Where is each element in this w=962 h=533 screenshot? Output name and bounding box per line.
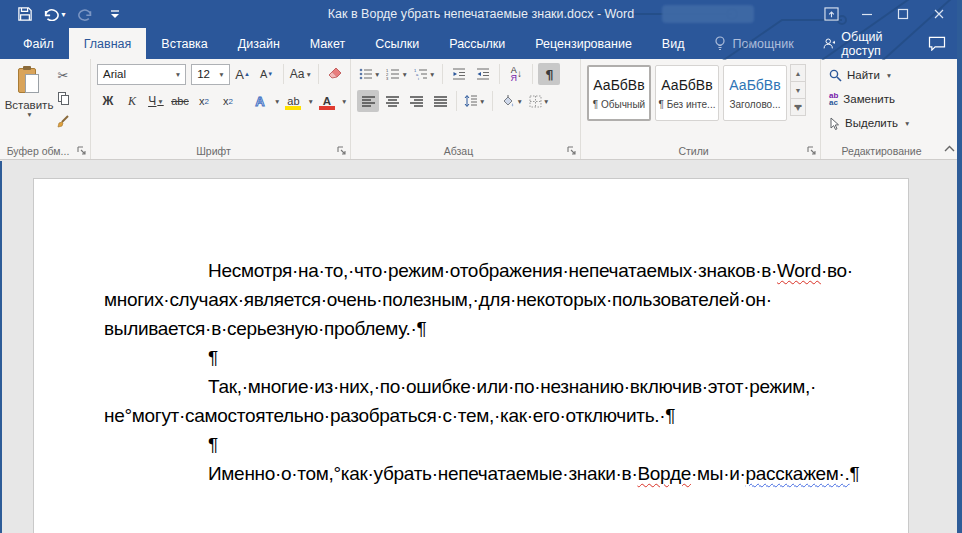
line-spacing-button[interactable]: ▼ — [462, 90, 487, 112]
find-button[interactable]: Найти▼ — [827, 64, 938, 86]
align-right-button[interactable] — [405, 90, 427, 112]
document-page[interactable]: Несмотря·на·то,·что·режим·отображения·не… — [33, 178, 909, 533]
style-gallery: АаБбВв¶ ОбычныйАаБбВв¶ Без инте...АаБбВв… — [587, 63, 787, 121]
group-clipboard: Вставить ▼ ✂ Буфер обм... — [0, 59, 91, 159]
document-line[interactable]: выливается·в·серьезную·проблему.·¶ — [104, 314, 860, 343]
styles-scroll-down-button[interactable]: ▼ — [790, 81, 806, 99]
font-size-combobox[interactable]: 12▼ — [191, 64, 229, 85]
shrink-font-button[interactable]: А▼ — [256, 63, 278, 85]
tab-Рассылки[interactable]: Рассылки — [434, 28, 520, 59]
document-text[interactable]: Несмотря·на·то,·что·режим·отображения·не… — [34, 179, 908, 488]
text-run: Так,·многие·из·них,·по·ошибке·или·по·нез… — [208, 376, 816, 397]
document-line[interactable]: не°могут·самостоятельно·разобраться·с·те… — [104, 401, 860, 430]
superscript-button[interactable]: x2 — [217, 90, 239, 112]
select-label: Выделить — [845, 117, 898, 129]
maximize-icon — [897, 8, 909, 20]
clear-formatting-button[interactable] — [324, 63, 346, 85]
decrease-indent-button[interactable] — [448, 63, 470, 85]
document-area[interactable]: Несмотря·на·то,·что·режим·отображения·не… — [0, 161, 962, 533]
tab-Рецензирование[interactable]: Рецензирование — [520, 28, 647, 59]
style-card--Обычный[interactable]: АаБбВв¶ Обычный — [587, 65, 651, 121]
tab-Макет[interactable]: Макет — [295, 28, 360, 59]
text-run: ·мы·и· — [691, 463, 746, 484]
styles-gallery-more-button[interactable]: ▬▼ — [790, 98, 806, 116]
tab-label: Рассылки — [449, 37, 505, 51]
word-window: ▼ Как в Ворде убрать непечатаемые знаки.… — [0, 0, 962, 533]
tab-Главная[interactable]: Главная — [69, 28, 147, 59]
style-label: ¶ Обычный — [593, 99, 645, 110]
save-button[interactable] — [12, 3, 38, 25]
highlight-caret[interactable]: ▼ — [307, 98, 313, 105]
numbering-button[interactable]: 123▼ — [384, 63, 409, 85]
paste-button[interactable]: Вставить ▼ — [6, 63, 52, 135]
bold-button[interactable]: Ж — [97, 90, 119, 112]
document-line[interactable]: многих·случаях·является·очень·полезным,·… — [104, 285, 860, 314]
select-button[interactable]: Выделить▼ — [827, 112, 938, 134]
increase-indent-button[interactable] — [472, 63, 494, 85]
replace-button[interactable]: abac Заменить — [827, 88, 938, 110]
align-center-button[interactable] — [381, 90, 403, 112]
clipboard-dialog-launcher[interactable] — [77, 146, 87, 156]
document-line[interactable]: ¶ — [104, 430, 860, 459]
redo-button-disabled[interactable] — [72, 3, 98, 25]
format-painter-button[interactable] — [52, 111, 74, 131]
customize-quick-access-button[interactable] — [102, 3, 128, 25]
bullets-button[interactable]: ▼ — [357, 63, 382, 85]
tab-Вид[interactable]: Вид — [647, 28, 700, 59]
tab-Файл[interactable]: Файл — [8, 28, 69, 59]
show-formatting-marks-button[interactable]: ¶ — [538, 63, 560, 85]
grow-font-button[interactable]: А▲ — [232, 63, 254, 85]
share-button[interactable]: Общий доступ — [809, 28, 922, 59]
underline-icon: Ч — [148, 94, 156, 108]
share-label: Общий доступ — [841, 30, 908, 58]
cut-button[interactable]: ✂ — [52, 65, 74, 85]
paragraph-dialog-launcher[interactable] — [567, 146, 577, 156]
text-effects-button[interactable]: А — [249, 90, 271, 112]
style-card-Заголово-[interactable]: АаБбВвЗаголово... — [723, 65, 787, 121]
ribbon-display-options-icon — [824, 7, 839, 21]
align-left-button[interactable] — [357, 90, 379, 112]
align-center-icon — [386, 96, 399, 107]
change-case-button[interactable]: Аа▼ — [289, 63, 314, 85]
undo-dropdown-caret[interactable]: ▼ — [60, 11, 67, 18]
italic-button[interactable]: К — [121, 90, 143, 112]
document-line[interactable]: Так,·многие·из·них,·по·ошибке·или·по·нез… — [104, 372, 860, 401]
font-dialog-launcher[interactable] — [337, 146, 347, 156]
font-size-value: 12 — [197, 68, 210, 80]
copy-button[interactable] — [52, 88, 74, 108]
font-name-combobox[interactable]: Arial▼ — [97, 64, 186, 85]
subscript-button[interactable]: x2 — [193, 90, 215, 112]
justify-button[interactable] — [429, 90, 451, 112]
collapse-ribbon-button[interactable] — [940, 141, 958, 155]
comments-button[interactable] — [922, 28, 962, 59]
style-card--Без-инте-[interactable]: АаБбВв¶ Без инте... — [655, 65, 719, 121]
styles-scroll-up-button[interactable]: ▲ — [790, 64, 806, 82]
minimize-button[interactable] — [849, 0, 885, 28]
borders-button[interactable]: ▼ — [527, 90, 551, 112]
tab-Вставка[interactable]: Вставка — [146, 28, 222, 59]
text-highlight-button[interactable]: ab — [282, 90, 304, 112]
document-line[interactable]: Несмотря·на·то,·что·режим·отображения·не… — [104, 256, 860, 285]
svg-text:3: 3 — [386, 76, 389, 81]
font-color-caret[interactable]: ▼ — [341, 98, 347, 105]
shading-button[interactable]: ▼ — [498, 90, 524, 112]
ribbon-display-options-button[interactable] — [813, 0, 849, 28]
paste-dropdown-caret[interactable]: ▼ — [26, 111, 32, 118]
multilevel-list-button[interactable]: 1ai▼ — [412, 63, 437, 85]
text-effects-caret[interactable]: ▼ — [274, 98, 280, 105]
tab-Помощник[interactable]: Помощник — [699, 28, 808, 59]
strikethrough-button[interactable]: abc — [169, 90, 191, 112]
styles-dialog-launcher[interactable] — [807, 146, 817, 156]
document-line[interactable]: ¶ — [104, 343, 860, 372]
document-line[interactable]: Именно·о·том,°как·убрать·непечатаемые·зн… — [104, 459, 860, 488]
underline-button[interactable]: Ч▼ — [145, 90, 167, 112]
sort-button[interactable]: АЯ↓ — [505, 63, 527, 85]
maximize-button[interactable] — [885, 0, 921, 28]
tab-Ссылки[interactable]: Ссылки — [360, 28, 434, 59]
font-color-button[interactable]: А — [316, 90, 338, 112]
close-button[interactable] — [921, 0, 957, 28]
tab-Дизайн[interactable]: Дизайн — [223, 28, 295, 59]
undo-button[interactable]: ▼ — [42, 3, 68, 25]
tab-label: Вид — [662, 37, 685, 51]
spellcheck-flagged-text: Word — [777, 260, 821, 281]
